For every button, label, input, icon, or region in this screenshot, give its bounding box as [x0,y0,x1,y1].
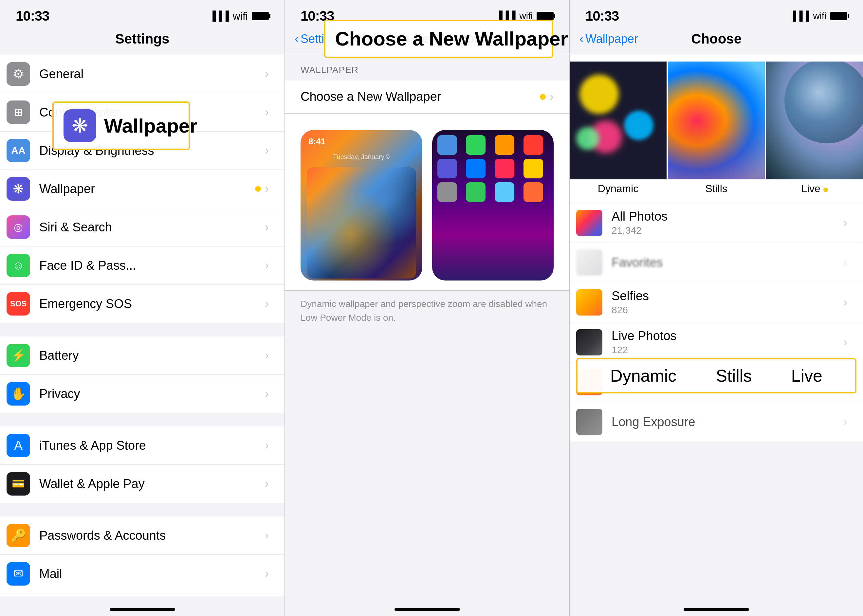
mail-icon: ✉ [6,562,30,586]
favorites-thumb [576,250,602,276]
settings-item-emergency[interactable]: SOS Emergency SOS › [0,285,285,323]
chevron-icon-display: › [265,144,269,157]
wallpaper-categories-container: Dynamic Stills Live [570,55,863,203]
album-item-favorites[interactable]: Favorites › [570,243,863,283]
battery-settings-icon: ⚡ [6,344,30,367]
all-photos-info: All Photos 21,342 [611,209,843,236]
lock-wallpaper-gradient [307,167,416,278]
settings-item-appstore[interactable]: A iTunes & App Store › [0,426,285,465]
settings-item-general[interactable]: ⚙ General › [0,55,285,93]
stills-thumb [668,61,765,179]
wallpaper-panel: 10:33 ▐▐▐ wifi ‹ Settings Choose a New W… [285,0,570,616]
album-item-portrait[interactable]: Portrait 528 › [570,362,863,402]
favorites-chevron: › [843,256,847,269]
settings-title: Settings [115,31,170,47]
long-exposure-thumb [576,409,602,435]
settings-item-display[interactable]: AA Display & Brightness › [0,132,285,170]
settings-item-contacts[interactable]: 👤 Contacts › [0,593,285,596]
back-to-settings[interactable]: ‹ Settings [295,32,343,46]
album-item-selfies[interactable]: Selfies 826 › [570,283,863,322]
settings-item-wallpaper[interactable]: ❋ Wallpaper › [0,170,285,208]
wallpaper-grid: Dynamic Stills Live [570,58,863,201]
category-dynamic[interactable]: Dynamic [570,61,667,198]
photo-albums-group: All Photos 21,342 › Favorites › Selfies … [570,203,863,442]
album-item-long-exposure[interactable]: Long Exposure › [570,402,863,442]
settings-item-siri[interactable]: ◎ Siri & Search › [0,208,285,247]
dot4 [576,127,599,150]
portrait-thumb [576,369,602,395]
status-bar-3: 10:33 ▐▐▐ wifi [570,0,863,26]
settings-label-battery: Battery [39,349,265,363]
selfies-count: 826 [611,305,843,316]
home-bar-3 [684,608,749,611]
settings-item-passwords[interactable]: 🔑 Passwords & Accounts › [0,517,285,555]
status-bar-1: 10:33 ▐▐▐ wifi [0,0,285,26]
home-bar-2 [395,608,460,611]
dynamic-thumb [570,61,667,179]
wallpaper-note: Dynamic wallpaper and perspective zoom a… [285,291,569,331]
long-exposure-name: Long Exposure [611,415,843,429]
settings-label-emergency: Emergency SOS [39,297,265,311]
selfies-thumb [576,289,602,316]
display-icon: AA [6,139,30,162]
status-time-3: 10:33 [585,8,619,24]
settings-item-mail[interactable]: ✉ Mail › [0,555,285,593]
favorites-info: Favorites [611,256,843,270]
lock-screen-preview[interactable]: 8:41 Tuesday, January 9 [300,130,422,281]
lock-screen-header: 8:41 [300,130,422,150]
live-photos-thumb [576,329,602,355]
faceid-icon: ☺ [6,254,30,277]
phone-previews-container: 8:41 Tuesday, January 9 [300,130,553,281]
live-photos-count: 122 [611,344,843,355]
settings-group-3: A iTunes & App Store › 💳 Wallet & Apple … [0,426,285,503]
chevron-icon-mail: › [265,567,269,581]
general-icon: ⚙ [6,62,30,86]
settings-label-faceid: Face ID & Pass... [39,259,265,273]
settings-panel: 10:33 ▐▐▐ wifi Settings ⚙ General › ⊞ [0,0,285,616]
home-indicator-1 [0,596,285,616]
chevron-icon-passwords: › [265,529,269,542]
portrait-name: Portrait [611,369,843,383]
settings-item-battery[interactable]: ⚡ Battery › [0,336,285,375]
stills-label: Stills [705,179,728,198]
choose-wallpaper-row[interactable]: Choose a New Wallpaper › [285,80,569,113]
settings-item-faceid[interactable]: ☺ Face ID & Pass... › [0,247,285,285]
all-photos-count: 21,342 [611,225,843,236]
category-live[interactable]: Live [766,61,863,198]
lock-screen-date: Tuesday, January 9 [300,150,422,164]
back-label-3: Wallpaper [585,32,638,46]
live-label: Live [801,179,828,198]
home-screen-preview[interactable] [432,130,554,281]
choose-nav-header: ‹ Wallpaper Choose [570,26,863,55]
settings-item-privacy[interactable]: ✋ Privacy › [0,375,285,413]
settings-label-siri: Siri & Search [39,220,265,234]
choose-chevron: › [550,90,553,104]
chevron-icon-general: › [265,67,269,81]
wallet-icon: 💳 [6,472,30,495]
chevron-icon-appstore: › [265,438,269,453]
album-item-all-photos[interactable]: All Photos 21,342 › [570,203,863,243]
home-indicator-2 [285,596,569,616]
live-dot [824,187,828,192]
wallpaper-panel-title: Choose a New Wallpaper [353,32,501,46]
settings-item-wallet[interactable]: 💳 Wallet & Apple Pay › [0,465,285,503]
choose-wallpaper-label: Choose a New Wallpaper [300,90,540,104]
chevron-icon-control-center: › [265,105,269,119]
wallpaper-section-label: WALLPAPER [285,55,569,80]
status-time-2: 10:33 [300,8,334,24]
portrait-chevron: › [843,376,847,389]
signal-icon-1: ▐▐▐ [209,11,229,21]
live-photos-info: Live Photos 122 [611,329,843,355]
status-icons-1: ▐▐▐ wifi [209,10,269,22]
dot2 [624,111,654,140]
wallpaper-preview-row: 8:41 Tuesday, January 9 [285,113,569,291]
back-to-wallpaper[interactable]: ‹ Wallpaper [580,32,638,46]
settings-label-wallet: Wallet & Apple Pay [39,477,265,491]
album-item-live-photos[interactable]: Live Photos 122 › [570,322,863,362]
battery-icon-1 [252,12,269,20]
dynamic-label: Dynamic [598,179,638,198]
settings-item-control-center[interactable]: ⊞ Control Center › [0,93,285,132]
signal-icon-3: ▐▐▐ [790,11,809,21]
photo-albums-list: All Photos 21,342 › Favorites › Selfies … [570,203,863,596]
category-stills[interactable]: Stills [668,61,765,198]
